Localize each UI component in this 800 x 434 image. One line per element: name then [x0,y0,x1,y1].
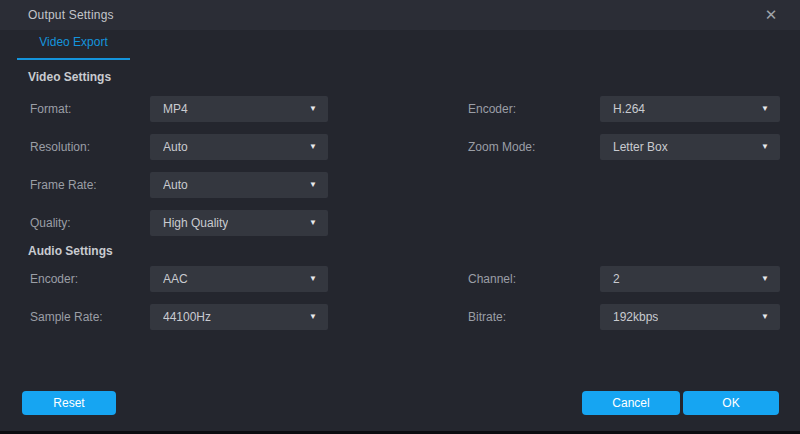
chevron-down-icon: ▼ [761,313,769,321]
chevron-down-icon: ▼ [761,143,769,151]
resolution-row: Resolution: Auto ▼ Zoom Mode: Letter Box… [0,128,800,166]
encoder-label: Encoder: [468,102,600,116]
reset-button[interactable]: Reset [22,391,116,415]
quality-dropdown[interactable]: High Quality ▼ [150,210,328,236]
chevron-down-icon: ▼ [309,275,317,283]
quality-value: High Quality [163,216,228,230]
channel-label: Channel: [468,272,600,286]
sample-rate-row: Sample Rate: 44100Hz ▼ Bitrate: 192kbps … [0,298,800,336]
zoom-mode-dropdown[interactable]: Letter Box ▼ [600,134,780,160]
frame-rate-dropdown[interactable]: Auto ▼ [150,172,328,198]
chevron-down-icon: ▼ [761,275,769,283]
audio-encoder-dropdown[interactable]: AAC ▼ [150,266,328,292]
quality-row: Quality: High Quality ▼ [0,204,800,242]
format-value: MP4 [163,102,188,116]
close-icon[interactable]: ✕ [756,0,786,30]
chevron-down-icon: ▼ [309,105,317,113]
zoom-mode-value: Letter Box [613,140,668,154]
chevron-down-icon: ▼ [309,219,317,227]
bitrate-label: Bitrate: [468,310,600,324]
channel-dropdown[interactable]: 2 ▼ [600,266,780,292]
chevron-down-icon: ▼ [309,313,317,321]
tab-video-export[interactable]: Video Export [17,35,130,60]
channel-value: 2 [613,272,620,286]
frame-rate-value: Auto [163,178,188,192]
chevron-down-icon: ▼ [309,181,317,189]
resolution-label: Resolution: [30,140,150,154]
ok-button[interactable]: OK [683,391,779,415]
sample-rate-label: Sample Rate: [30,310,150,324]
encoder-dropdown[interactable]: H.264 ▼ [600,96,780,122]
frame-rate-label: Frame Rate: [30,178,150,192]
bitrate-value: 192kbps [613,310,658,324]
output-settings-dialog: Output Settings ✕ Video Export Video Set… [0,0,800,434]
sample-rate-dropdown[interactable]: 44100Hz ▼ [150,304,328,330]
bitrate-dropdown[interactable]: 192kbps ▼ [600,304,780,330]
format-row: Format: MP4 ▼ Encoder: H.264 ▼ [0,90,800,128]
dialog-title: Output Settings [28,8,114,22]
audio-encoder-row: Encoder: AAC ▼ Channel: 2 ▼ [0,260,800,298]
video-settings-heading: Video Settings [0,64,800,90]
audio-encoder-value: AAC [163,272,188,286]
frame-rate-row: Frame Rate: Auto ▼ [0,166,800,204]
tab-bar: Video Export [0,30,800,60]
format-label: Format: [30,102,150,116]
encoder-value: H.264 [613,102,645,116]
quality-label: Quality: [30,216,150,230]
chevron-down-icon: ▼ [309,143,317,151]
chevron-down-icon: ▼ [761,105,769,113]
sample-rate-value: 44100Hz [163,310,211,324]
format-dropdown[interactable]: MP4 ▼ [150,96,328,122]
resolution-value: Auto [163,140,188,154]
titlebar: Output Settings ✕ [0,0,800,30]
audio-encoder-label: Encoder: [30,272,150,286]
cancel-button[interactable]: Cancel [582,391,680,415]
footer: Reset Cancel OK [0,391,800,415]
resolution-dropdown[interactable]: Auto ▼ [150,134,328,160]
zoom-mode-label: Zoom Mode: [468,140,600,154]
audio-settings-heading: Audio Settings [0,242,800,260]
